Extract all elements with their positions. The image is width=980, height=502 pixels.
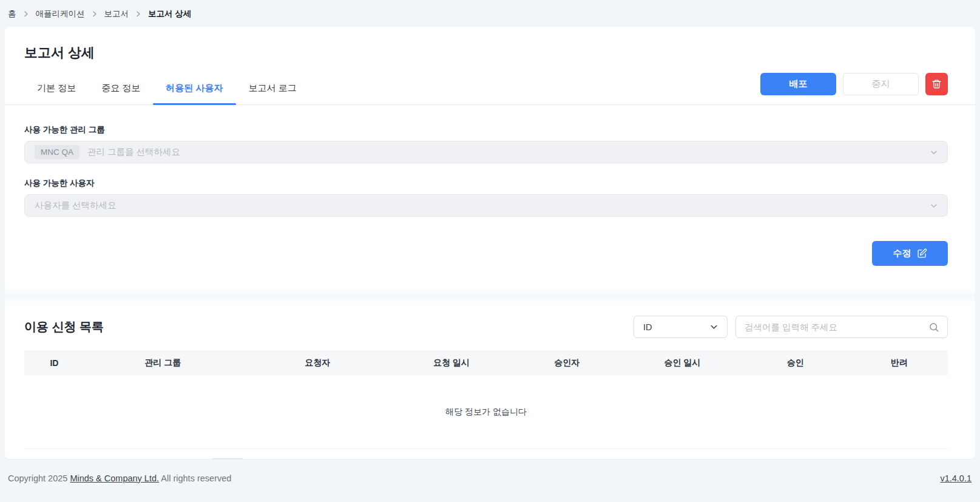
edit-pencil-icon xyxy=(917,248,927,259)
user-field-label: 사용 가능한 사용자 xyxy=(24,178,948,189)
request-list-controls: ID xyxy=(634,316,948,338)
edit-button-row: 수정 xyxy=(5,231,975,288)
stop-button[interactable]: 중지 xyxy=(843,73,919,95)
search-icon[interactable] xyxy=(928,322,939,333)
chevron-right-icon xyxy=(23,11,29,17)
breadcrumb: 홈 애플리케이션 보고서 보고서 상세 xyxy=(0,0,980,27)
group-multiselect[interactable]: MNC QA 관리 그룹을 선택하세요 xyxy=(24,141,948,163)
search-box xyxy=(735,316,948,338)
breadcrumb-home[interactable]: 홈 xyxy=(8,8,16,19)
report-detail-card: 보고서 상세 기본 정보 중요 정보 허용된 사용자 보고서 로그 배포 중지 … xyxy=(5,27,975,459)
tab-bar: 기본 정보 중요 정보 허용된 사용자 보고서 로그 배포 중지 xyxy=(5,73,975,105)
column-header-approve: 승인 xyxy=(740,350,851,375)
deploy-button[interactable]: 배포 xyxy=(760,73,836,95)
page-summary: 전체 0개 중 1 ~ 0 표시 / 페이지 표시 행수: 10 ▼ xyxy=(24,458,245,459)
chevron-right-icon xyxy=(92,11,98,17)
page-footer: Copyright 2025 Minds & Company Ltd. All … xyxy=(0,459,980,483)
search-field-select[interactable]: ID xyxy=(634,316,728,338)
copyright-suffix: All rights reserved xyxy=(161,473,231,483)
action-button-group: 배포 중지 xyxy=(760,73,948,104)
chevron-down-icon xyxy=(709,322,718,331)
selected-group-tag: MNC QA xyxy=(35,145,79,159)
trash-icon xyxy=(931,79,942,89)
column-header-approver: 승인자 xyxy=(509,350,624,375)
search-field-select-value: ID xyxy=(643,322,652,332)
tab-basic-info[interactable]: 기본 정보 xyxy=(24,74,89,104)
request-list-title: 이용 신청 목록 xyxy=(24,319,104,335)
copyright-prefix: Copyright 2025 xyxy=(8,473,67,483)
request-list-header: 이용 신청 목록 ID xyxy=(5,305,975,350)
breadcrumb-applications[interactable]: 애플리케이션 xyxy=(36,8,85,19)
table-empty-state: 해당 정보가 없습니다 xyxy=(24,375,948,449)
chevron-down-icon xyxy=(930,202,938,210)
delete-button[interactable] xyxy=(925,73,948,95)
column-header-approval-date: 승인 일시 xyxy=(624,350,740,375)
tab-report-log[interactable]: 보고서 로그 xyxy=(236,74,309,104)
page-title: 보고서 상세 xyxy=(5,27,975,62)
user-select-placeholder: 사용자를 선택하세요 xyxy=(35,200,117,211)
request-table: ID 관리 그룹 요청자 요청 일시 승인자 승인 일시 승인 반려 해당 정보… xyxy=(24,350,948,449)
column-header-request-date: 요청 일시 xyxy=(394,350,509,375)
pagination-row: 전체 0개 중 1 ~ 0 표시 / 페이지 표시 행수: 10 ▼ xyxy=(5,449,975,459)
breadcrumb-report-detail: 보고서 상세 xyxy=(148,8,191,19)
tab-important-info[interactable]: 중요 정보 xyxy=(89,74,153,104)
column-header-reject: 반려 xyxy=(851,350,948,375)
search-input[interactable] xyxy=(745,322,923,332)
user-multiselect[interactable]: 사용자를 선택하세요 xyxy=(24,194,948,217)
edit-button-label: 수정 xyxy=(893,248,911,259)
group-select-placeholder: 관리 그룹을 선택하세요 xyxy=(87,146,180,158)
company-link[interactable]: Minds & Company Ltd. xyxy=(70,473,159,483)
copyright-text: Copyright 2025 Minds & Company Ltd. All … xyxy=(8,473,231,483)
edit-button[interactable]: 수정 xyxy=(872,241,948,266)
tab-allowed-users[interactable]: 허용된 사용자 xyxy=(153,74,235,104)
breadcrumb-reports[interactable]: 보고서 xyxy=(104,8,129,19)
table-header-row: ID 관리 그룹 요청자 요청 일시 승인자 승인 일시 승인 반려 xyxy=(24,350,948,375)
column-header-id: ID xyxy=(24,350,84,375)
column-header-requester: 요청자 xyxy=(242,350,394,375)
rows-per-page-select[interactable]: 10 ▼ xyxy=(210,458,245,459)
chevron-right-icon xyxy=(135,11,141,17)
column-header-group: 관리 그룹 xyxy=(84,350,242,375)
allowed-users-form: 사용 가능한 관리 그룹 MNC QA 관리 그룹을 선택하세요 사용 가능한 … xyxy=(5,105,975,217)
group-field-label: 사용 가능한 관리 그룹 xyxy=(24,124,948,135)
version-link[interactable]: v1.4.0.1 xyxy=(940,473,972,483)
section-divider xyxy=(5,288,975,305)
chevron-down-icon xyxy=(930,148,938,157)
